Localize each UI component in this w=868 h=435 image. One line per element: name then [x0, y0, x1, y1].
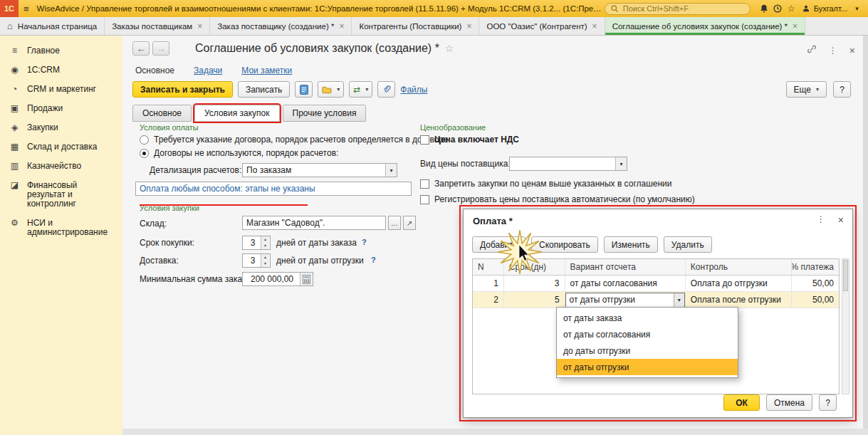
- form-tab-other-conditions[interactable]: Прочие условия: [283, 105, 367, 122]
- min-order-field[interactable]: 200 000,00: [242, 272, 313, 286]
- open-icon[interactable]: ↗: [403, 216, 416, 230]
- dialog-help-button[interactable]: ?: [819, 394, 837, 411]
- table-row[interactable]: 1 3 от даты согласования Оплата до отгру…: [473, 276, 839, 292]
- dropdown-icon[interactable]: ▾: [385, 164, 397, 177]
- create-based-on-button[interactable]: ▾: [318, 81, 344, 98]
- sidebar-item-purchases[interactable]: ◈Закупки: [0, 118, 122, 137]
- exchange-button[interactable]: ⇄ ▾: [349, 81, 372, 98]
- edit-button[interactable]: Изменить: [604, 236, 658, 253]
- radio-no-contract[interactable]: Договоры не используются, порядок расчет…: [140, 148, 338, 158]
- dropdown-option-before-shipment[interactable]: до даты отгрузки: [557, 342, 738, 359]
- col-header-n[interactable]: N: [473, 259, 504, 275]
- delivery-field[interactable]: 3 ▴▾: [242, 253, 271, 268]
- checkbox-icon[interactable]: [420, 195, 429, 204]
- sidebar-item-sales[interactable]: ▣Продажи: [0, 99, 122, 118]
- scrollbar-thumb[interactable]: [843, 260, 848, 291]
- payment-steps-link[interactable]: Оплата любым способом: этапы не указаны: [140, 184, 315, 194]
- tab-counterparties[interactable]: Контрагенты (Поставщики) ×: [352, 17, 479, 35]
- purchase-period-field[interactable]: 3 ▴▾: [242, 236, 271, 250]
- dropdown-icon[interactable]: ▾: [337, 86, 340, 93]
- cancel-button[interactable]: Отмена: [766, 394, 812, 411]
- col-header-variant[interactable]: Вариант отсчета: [565, 259, 686, 275]
- table-scrollbar[interactable]: [842, 258, 849, 394]
- dropdown-icon[interactable]: ▾: [365, 86, 368, 93]
- nav-notes[interactable]: Мои заметки: [241, 65, 292, 75]
- tab-close-icon[interactable]: ×: [339, 22, 344, 31]
- tab-close-icon[interactable]: ×: [466, 22, 471, 31]
- form-tab-purchase-conditions[interactable]: Условия закупок: [194, 105, 280, 122]
- form-tab-main[interactable]: Основное: [132, 105, 192, 122]
- tab-home[interactable]: ⌂ Начальная страница: [0, 17, 105, 35]
- choose-icon[interactable]: …: [388, 216, 401, 230]
- radio-icon-selected[interactable]: [140, 149, 149, 158]
- main-menu-icon[interactable]: ≡: [19, 4, 34, 14]
- tab-supplier-orders[interactable]: Заказы поставщикам ×: [105, 17, 210, 35]
- history-icon[interactable]: [771, 2, 785, 15]
- variant-combobox[interactable]: от даты отгрузки ▾: [565, 293, 685, 308]
- attachment-button[interactable]: [377, 81, 395, 98]
- global-search-input[interactable]: Поиск Ctrl+Shift+F: [605, 3, 751, 15]
- more-button[interactable]: Еще▾: [786, 81, 827, 98]
- copy-button[interactable]: Скопировать: [531, 236, 598, 253]
- sidebar-item-admin[interactable]: ⚙НСИ и администрирование: [0, 214, 122, 242]
- col-header-percent[interactable]: % платежа: [792, 259, 839, 275]
- radio-contract-required[interactable]: Требуется указание договора, порядок рас…: [140, 135, 449, 145]
- tab-purchase-agreement-new[interactable]: Соглашение об условиях закупок (создание…: [605, 17, 805, 35]
- sidebar-item-main[interactable]: ≡Главное: [0, 41, 122, 61]
- dropdown-option-shipment-date-selected[interactable]: от даты отгрузки: [557, 359, 738, 375]
- vat-checkbox[interactable]: Цена включает НДС: [420, 135, 519, 145]
- col-header-control[interactable]: Контроль: [686, 259, 792, 275]
- more-icon[interactable]: ⋮: [829, 46, 837, 56]
- link-icon[interactable]: [807, 44, 817, 56]
- detail-combobox[interactable]: По заказам ▾: [242, 163, 397, 177]
- sidebar-item-treasury[interactable]: ▥Казначейство: [0, 157, 122, 176]
- tab-oasis-counterparty[interactable]: ООО "Оазис" (Контрагент) ×: [479, 17, 605, 35]
- dropdown-option-order-date[interactable]: от даты заказа: [557, 310, 738, 326]
- tab-supplier-order-new[interactable]: Заказ поставщику (создание) * ×: [210, 17, 352, 35]
- back-button[interactable]: ←: [132, 41, 150, 56]
- forbid-checkbox[interactable]: Запретить закупки по ценам выше указанны…: [420, 179, 672, 189]
- save-and-close-button[interactable]: Записать и закрыть: [132, 81, 233, 98]
- sidebar-item-finance[interactable]: ◪Финансовый результат и контроллинг: [0, 176, 122, 214]
- checkbox-icon[interactable]: [420, 179, 429, 189]
- tab-close-icon[interactable]: ×: [793, 22, 798, 31]
- files-link[interactable]: Файлы: [400, 85, 427, 95]
- help-icon[interactable]: ?: [371, 256, 376, 264]
- save-button[interactable]: Записать: [238, 81, 290, 98]
- tab-close-icon[interactable]: ×: [197, 22, 202, 31]
- delete-button[interactable]: Удалить: [664, 236, 712, 253]
- calculator-icon[interactable]: [300, 273, 313, 285]
- help-icon[interactable]: ?: [362, 238, 367, 246]
- dropdown-option-approval-date[interactable]: от даты согласования: [557, 326, 738, 342]
- checkbox-icon[interactable]: [420, 135, 429, 145]
- stepper[interactable]: ▴▾: [261, 236, 269, 249]
- ok-button[interactable]: ОК: [723, 394, 760, 411]
- radio-icon[interactable]: [140, 135, 149, 145]
- stepper[interactable]: ▴▾: [261, 254, 269, 267]
- notifications-icon[interactable]: [758, 2, 771, 15]
- auto-register-checkbox[interactable]: Регистрировать цены поставщика автоматич…: [420, 194, 695, 204]
- forward-button[interactable]: →: [152, 41, 169, 56]
- nav-main[interactable]: Основное: [135, 65, 174, 75]
- dropdown-icon[interactable]: ▾: [674, 293, 684, 307]
- col-header-days[interactable]: Срок (дн): [504, 259, 565, 275]
- price-type-combobox[interactable]: ▾: [509, 157, 627, 171]
- table-row-selected[interactable]: 2 5 от даты отгрузки ▾ Оплата после отгр…: [473, 292, 839, 308]
- close-form-icon[interactable]: ×: [849, 45, 855, 56]
- nav-tasks[interactable]: Задачи: [194, 65, 222, 75]
- favorite-star-icon[interactable]: ☆: [445, 43, 454, 54]
- sidebar-item-crm[interactable]: ◉1С:CRM: [0, 61, 122, 80]
- sidebar-item-crm-marketing[interactable]: ◔CRM и маркетинг: [0, 80, 122, 99]
- warehouse-field[interactable]: Магазин "Садовод".: [242, 216, 386, 230]
- help-button[interactable]: ?: [833, 81, 851, 98]
- dialog-more-icon[interactable]: ⋮: [817, 214, 825, 226]
- report-button[interactable]: [295, 81, 313, 98]
- current-user[interactable]: Бухгалт...: [801, 2, 847, 15]
- collapse-chevron-icon[interactable]: ▾: [850, 2, 864, 15]
- sidebar-item-warehouse[interactable]: ▦Склад и доставка: [0, 137, 122, 157]
- add-button[interactable]: Добавить: [472, 236, 525, 253]
- dropdown-icon[interactable]: ▾: [615, 157, 627, 170]
- dialog-close-icon[interactable]: ×: [838, 214, 844, 226]
- favorites-icon[interactable]: ☆: [785, 2, 798, 15]
- tab-close-icon[interactable]: ×: [592, 22, 597, 31]
